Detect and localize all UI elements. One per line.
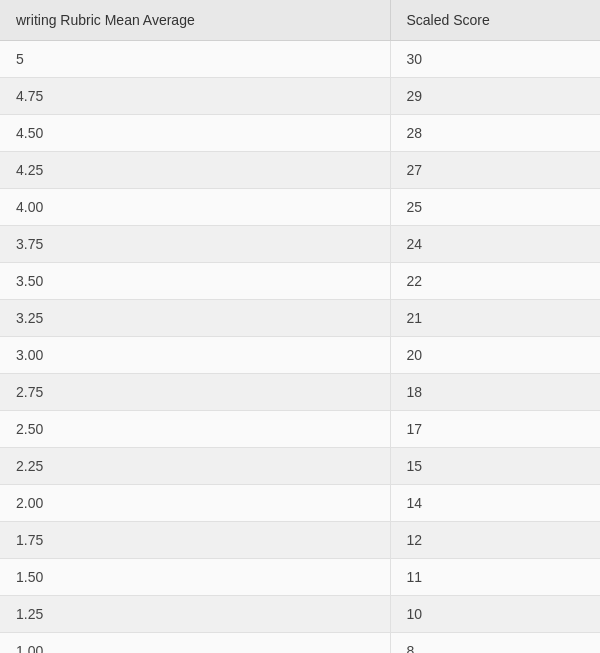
table-row: 3.2521	[0, 300, 600, 337]
score-cell: 14	[390, 485, 600, 522]
table-row: 1.2510	[0, 596, 600, 633]
rubric-cell: 1.00	[0, 633, 390, 654]
table-row: 1.7512	[0, 522, 600, 559]
table-row: 4.7529	[0, 78, 600, 115]
score-cell: 11	[390, 559, 600, 596]
table-container: writing Rubric Mean Average Scaled Score…	[0, 0, 600, 653]
rubric-cell: 4.25	[0, 152, 390, 189]
table-body: 5304.75294.50284.25274.00253.75243.50223…	[0, 41, 600, 654]
table-row: 2.2515	[0, 448, 600, 485]
rubric-cell: 2.25	[0, 448, 390, 485]
table-row: 3.0020	[0, 337, 600, 374]
score-cell: 12	[390, 522, 600, 559]
rubric-cell: 3.75	[0, 226, 390, 263]
score-cell: 22	[390, 263, 600, 300]
table-row: 4.0025	[0, 189, 600, 226]
score-cell: 18	[390, 374, 600, 411]
rubric-cell: 2.00	[0, 485, 390, 522]
table-row: 3.5022	[0, 263, 600, 300]
rubric-cell: 4.50	[0, 115, 390, 152]
table-row: 4.2527	[0, 152, 600, 189]
rubric-cell: 1.50	[0, 559, 390, 596]
table-row: 2.5017	[0, 411, 600, 448]
table-row: 2.0014	[0, 485, 600, 522]
table-row: 1.008	[0, 633, 600, 654]
table-row: 3.7524	[0, 226, 600, 263]
rubric-cell: 2.50	[0, 411, 390, 448]
col-rubric-header: writing Rubric Mean Average	[0, 0, 390, 41]
table-row: 530	[0, 41, 600, 78]
rubric-cell: 4.75	[0, 78, 390, 115]
score-cell: 20	[390, 337, 600, 374]
table-header-row: writing Rubric Mean Average Scaled Score	[0, 0, 600, 41]
score-cell: 28	[390, 115, 600, 152]
score-cell: 17	[390, 411, 600, 448]
score-cell: 15	[390, 448, 600, 485]
score-cell: 27	[390, 152, 600, 189]
rubric-cell: 4.00	[0, 189, 390, 226]
rubric-cell: 1.25	[0, 596, 390, 633]
score-cell: 30	[390, 41, 600, 78]
score-cell: 10	[390, 596, 600, 633]
score-cell: 29	[390, 78, 600, 115]
col-score-header: Scaled Score	[390, 0, 600, 41]
table-row: 4.5028	[0, 115, 600, 152]
rubric-cell: 3.25	[0, 300, 390, 337]
rubric-cell: 3.00	[0, 337, 390, 374]
score-cell: 8	[390, 633, 600, 654]
rubric-cell: 2.75	[0, 374, 390, 411]
score-cell: 25	[390, 189, 600, 226]
rubric-score-table: writing Rubric Mean Average Scaled Score…	[0, 0, 600, 653]
rubric-cell: 5	[0, 41, 390, 78]
rubric-cell: 1.75	[0, 522, 390, 559]
table-row: 2.7518	[0, 374, 600, 411]
rubric-cell: 3.50	[0, 263, 390, 300]
score-cell: 24	[390, 226, 600, 263]
score-cell: 21	[390, 300, 600, 337]
table-row: 1.5011	[0, 559, 600, 596]
